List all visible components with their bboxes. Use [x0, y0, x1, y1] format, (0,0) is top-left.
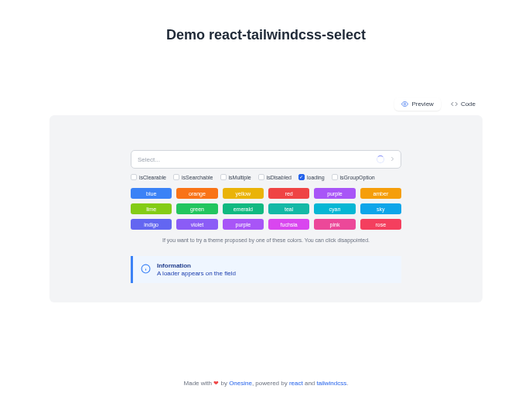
tailwind-link[interactable]: tailwindcss: [317, 380, 347, 387]
option-isdisabled[interactable]: isDisabled: [258, 174, 292, 180]
eye-icon: [401, 101, 408, 108]
preview-panel: Select... isClearableisSearchableisMulti…: [49, 115, 483, 302]
author-link[interactable]: Onesine: [229, 380, 252, 387]
info-content: Information A loader appears on the fiel…: [157, 262, 236, 277]
color-grid: blueorangeyellowredpurpleamberlimegreene…: [131, 188, 401, 230]
color-green[interactable]: green: [176, 203, 217, 214]
footer: Made with ❤ by Onesine, powered by react…: [0, 380, 532, 396]
option-label: isClearable: [139, 175, 166, 180]
color-orange[interactable]: orange: [176, 188, 217, 199]
color-pink[interactable]: pink: [314, 219, 355, 230]
info-box: Information A loader appears on the fiel…: [131, 256, 401, 283]
checkbox-icon: [173, 174, 179, 180]
code-icon: [451, 101, 458, 108]
option-isclearable[interactable]: isClearable: [131, 174, 166, 180]
page-header: Demo react-tailwindcss-select: [0, 0, 532, 51]
footer-and: and: [303, 380, 317, 387]
option-label: isDisabled: [267, 175, 292, 180]
tab-preview[interactable]: Preview: [394, 97, 440, 111]
footer-made: Made with: [184, 380, 214, 387]
page-title: Demo react-tailwindcss-select: [0, 27, 532, 43]
tab-label: Code: [461, 101, 476, 108]
color-fuchsia[interactable]: fuchsia: [268, 219, 309, 230]
color-purple[interactable]: purple: [314, 188, 355, 199]
checkbox-icon: [258, 174, 264, 180]
react-link[interactable]: react: [289, 380, 303, 387]
option-issearchable[interactable]: isSearchable: [173, 174, 213, 180]
select-dropdown[interactable]: Select...: [131, 150, 401, 169]
options-row: isClearableisSearchableisMultipleisDisab…: [131, 174, 401, 180]
color-sky[interactable]: sky: [360, 203, 401, 214]
checkbox-icon: [332, 174, 338, 180]
info-title: Information: [157, 262, 236, 269]
color-blue[interactable]: blue: [131, 188, 172, 199]
color-violet[interactable]: violet: [176, 219, 217, 230]
tabs: Preview Code: [49, 97, 483, 111]
chevron-down-icon: [389, 155, 396, 164]
option-isgroupoption[interactable]: isGroupOption: [332, 174, 375, 180]
color-purple[interactable]: purple: [223, 219, 264, 230]
color-cyan[interactable]: cyan: [314, 203, 355, 214]
svg-point-0: [404, 103, 406, 104]
info-desc: A loader appears on the field: [157, 270, 236, 277]
color-red[interactable]: red: [268, 188, 309, 199]
select-indicators: [377, 155, 396, 164]
color-indigo[interactable]: indigo: [131, 219, 172, 230]
checkbox-icon: [220, 174, 227, 180]
select-placeholder: Select...: [138, 156, 160, 163]
color-amber[interactable]: amber: [360, 188, 401, 199]
color-teal[interactable]: teal: [268, 203, 309, 214]
option-label: isGroupOption: [340, 175, 375, 180]
color-yellow[interactable]: yellow: [223, 188, 264, 199]
tab-label: Preview: [411, 101, 433, 108]
color-note: If you want to try a theme proposed by o…: [131, 237, 401, 243]
option-label: isMultiple: [229, 175, 251, 180]
option-loading[interactable]: ✓loading: [298, 174, 325, 180]
option-label: loading: [307, 175, 325, 180]
color-lime[interactable]: lime: [131, 203, 172, 214]
loading-spinner-icon: [377, 155, 384, 163]
checkbox-icon: ✓: [298, 174, 305, 180]
content: Preview Code Select... isClearableisSear…: [0, 51, 532, 380]
footer-powered: , powered by: [252, 380, 289, 387]
footer-dot: .: [346, 380, 348, 387]
tab-code[interactable]: Code: [444, 97, 483, 111]
info-icon: [141, 263, 151, 273]
checkbox-icon: [131, 174, 137, 180]
color-rose[interactable]: rose: [360, 219, 401, 230]
color-emerald[interactable]: emerald: [223, 203, 264, 214]
option-label: isSearchable: [182, 175, 213, 180]
option-ismultiple[interactable]: isMultiple: [220, 174, 251, 180]
footer-by: by: [219, 380, 229, 387]
